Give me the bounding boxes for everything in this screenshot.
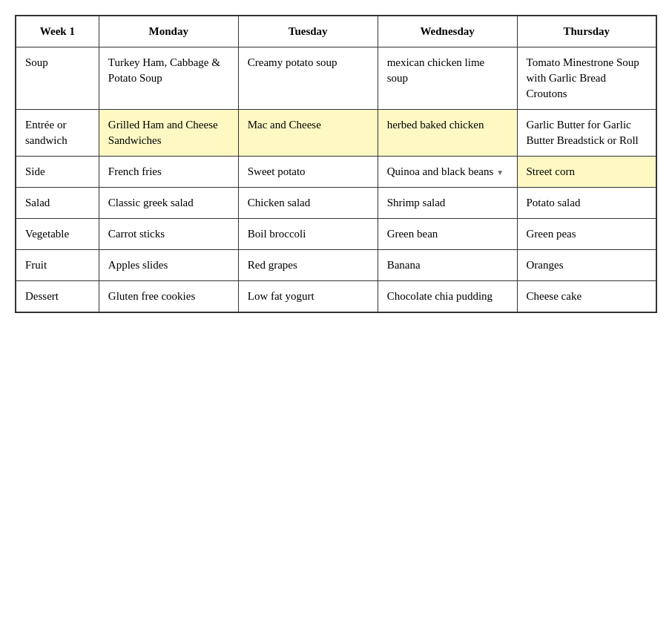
table-row: SideFrench friesSweet potatoQuinoa and b… bbox=[16, 157, 656, 188]
dropdown-icon[interactable]: ▼ bbox=[496, 168, 504, 177]
wednesday-cell-0: mexican chicken lime soup bbox=[378, 47, 517, 110]
tuesday-cell-3: Chicken salad bbox=[238, 188, 378, 219]
category-cell-4: Vegetable bbox=[16, 219, 99, 250]
thursday-cell-1: Garlic Butter for Garlic Butter Breadsti… bbox=[517, 110, 656, 157]
wednesday-cell-1: herbed baked chicken bbox=[378, 110, 517, 157]
thursday-cell-4: Green peas bbox=[517, 219, 656, 250]
header-week: Week 1 bbox=[16, 16, 99, 47]
tuesday-cell-5: Red grapes bbox=[238, 250, 378, 281]
monday-cell-5: Apples slides bbox=[99, 250, 238, 281]
wednesday-cell-2: Quinoa and black beans▼ bbox=[378, 157, 517, 188]
category-cell-1: Entrée or sandwich bbox=[16, 110, 99, 157]
monday-cell-1: Grilled Ham and Cheese Sandwiches bbox=[99, 110, 238, 157]
wednesday-cell-6: Chocolate chia pudding bbox=[378, 281, 517, 313]
monday-cell-2: French fries bbox=[99, 157, 238, 188]
category-cell-0: Soup bbox=[16, 47, 99, 110]
table-row: VegetableCarrot sticksBoil broccoliGreen… bbox=[16, 219, 656, 250]
tuesday-cell-1: Mac and Cheese bbox=[238, 110, 378, 157]
table-row: FruitApples slidesRed grapesBananaOrange… bbox=[16, 250, 656, 281]
header-wednesday: Wednesday bbox=[378, 16, 517, 47]
monday-cell-3: Classic greek salad bbox=[99, 188, 238, 219]
thursday-cell-2: Street corn bbox=[517, 157, 656, 188]
table-row: Entrée or sandwichGrilled Ham and Cheese… bbox=[16, 110, 656, 157]
category-cell-2: Side bbox=[16, 157, 99, 188]
wednesday-cell-3: Shrimp salad bbox=[378, 188, 517, 219]
header-tuesday: Tuesday bbox=[238, 16, 378, 47]
thursday-cell-6: Cheese cake bbox=[517, 281, 656, 313]
thursday-cell-3: Potato salad bbox=[517, 188, 656, 219]
table-row: DessertGluten free cookiesLow fat yogurt… bbox=[16, 281, 656, 313]
tuesday-cell-6: Low fat yogurt bbox=[238, 281, 378, 313]
monday-cell-4: Carrot sticks bbox=[99, 219, 238, 250]
category-cell-3: Salad bbox=[16, 188, 99, 219]
header-row: Week 1 Monday Tuesday Wednesday Thursday bbox=[16, 16, 656, 47]
meal-plan-table: Week 1 Monday Tuesday Wednesday Thursday… bbox=[15, 15, 657, 313]
table-row: SoupTurkey Ham, Cabbage & Potato SoupCre… bbox=[16, 47, 656, 110]
table-row: SaladClassic greek saladChicken saladShr… bbox=[16, 188, 656, 219]
tuesday-cell-4: Boil broccoli bbox=[238, 219, 378, 250]
header-monday: Monday bbox=[99, 16, 238, 47]
monday-cell-6: Gluten free cookies bbox=[99, 281, 238, 313]
thursday-cell-0: Tomato Minestrone Soup with Garlic Bread… bbox=[517, 47, 656, 110]
category-cell-6: Dessert bbox=[16, 281, 99, 313]
tuesday-cell-2: Sweet potato bbox=[238, 157, 378, 188]
wednesday-cell-5: Banana bbox=[378, 250, 517, 281]
monday-cell-0: Turkey Ham, Cabbage & Potato Soup bbox=[99, 47, 238, 110]
thursday-cell-5: Oranges bbox=[517, 250, 656, 281]
tuesday-cell-0: Creamy potato soup bbox=[238, 47, 378, 110]
category-cell-5: Fruit bbox=[16, 250, 99, 281]
meal-plan-table-wrapper: Week 1 Monday Tuesday Wednesday Thursday… bbox=[15, 15, 657, 313]
header-thursday: Thursday bbox=[517, 16, 656, 47]
wednesday-cell-4: Green bean bbox=[378, 219, 517, 250]
